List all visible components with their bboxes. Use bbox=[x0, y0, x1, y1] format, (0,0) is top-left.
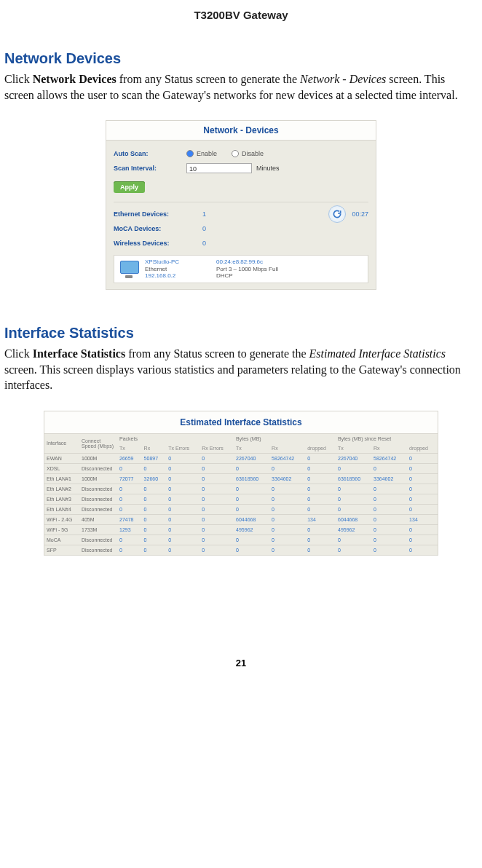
cell-rrx: 58264742 bbox=[371, 453, 407, 463]
heading-network-devices: Network Devices bbox=[4, 50, 478, 67]
cell-rrx: 0 bbox=[371, 463, 407, 473]
cell-bdr: 0 bbox=[305, 453, 336, 463]
device-name: XPStudio-PC bbox=[145, 259, 210, 266]
cell-btx: 495962 bbox=[234, 524, 269, 534]
cell-rtx: 0 bbox=[336, 463, 371, 473]
text: Click bbox=[4, 73, 33, 85]
cell-rdr: 0 bbox=[407, 473, 438, 484]
text: screen. This screen displays various sta… bbox=[4, 363, 461, 392]
cell-bdr: 0 bbox=[305, 484, 336, 494]
refresh-icon[interactable] bbox=[328, 205, 346, 223]
cell-prx: 0 bbox=[142, 484, 167, 494]
cell-brx: 0 bbox=[269, 494, 305, 504]
cell-pte: 0 bbox=[166, 463, 199, 473]
apply-button[interactable]: Apply bbox=[114, 181, 145, 193]
table-row: SFPDisconnected0000000000 bbox=[44, 545, 438, 555]
table-row: MoCADisconnected0000000000 bbox=[44, 534, 438, 545]
cell-speed: 1000M bbox=[79, 473, 117, 484]
col-rx: Rx bbox=[371, 443, 407, 454]
cell-pte: 0 bbox=[166, 534, 199, 545]
table-row: Eth LAN#4Disconnected0000000000 bbox=[44, 504, 438, 514]
cell-rdr: 0 bbox=[407, 453, 438, 463]
device-type: Ethernet bbox=[145, 266, 210, 273]
table-row: Eth LAN#11000M72077326600063618560336460… bbox=[44, 473, 438, 484]
moca-devices-label: MoCA Devices: bbox=[114, 225, 201, 232]
panel-title: Network - Devices bbox=[106, 121, 376, 141]
minutes-label: Minutes bbox=[256, 165, 280, 172]
radio-enable-label: Enable bbox=[197, 150, 217, 157]
scan-interval-input[interactable]: 10 bbox=[186, 163, 252, 173]
col-rxerr: Rx Errors bbox=[199, 443, 234, 454]
paragraph-network-devices: Click Network Devices from any Status sc… bbox=[4, 71, 478, 103]
auto-scan-label: Auto Scan: bbox=[114, 150, 186, 157]
cell-pre: 0 bbox=[199, 514, 234, 524]
cell-iface: Eth LAN#2 bbox=[44, 484, 79, 494]
cell-rrx: 0 bbox=[371, 484, 407, 494]
document-title: T3200BV Gateway bbox=[4, 9, 478, 21]
cell-rtx: 0 bbox=[336, 494, 371, 504]
cell-rdr: 0 bbox=[407, 524, 438, 534]
cell-pte: 0 bbox=[166, 545, 199, 555]
radio-disable-label: Disable bbox=[242, 150, 264, 157]
cell-rtx: 6044668 bbox=[336, 514, 371, 524]
cell-rdr: 0 bbox=[407, 494, 438, 504]
radio-enable[interactable] bbox=[186, 150, 194, 157]
interface-statistics-table: Interface Connect Speed (Mbps) Packets B… bbox=[44, 434, 438, 555]
cell-ptx: 26659 bbox=[117, 453, 142, 463]
cell-ptx: 1293 bbox=[117, 524, 142, 534]
cell-pte: 0 bbox=[166, 514, 199, 524]
cell-rrx: 0 bbox=[371, 534, 407, 545]
cell-pte: 0 bbox=[166, 504, 199, 514]
cell-brx: 0 bbox=[269, 545, 305, 555]
col-tx: Tx bbox=[117, 443, 142, 454]
col-rx: Rx bbox=[269, 443, 305, 454]
cell-rrx: 3364602 bbox=[371, 473, 407, 484]
countdown-timer: 00:27 bbox=[352, 210, 368, 218]
cell-ptx: 0 bbox=[117, 504, 142, 514]
device-mode: DHCP bbox=[216, 272, 278, 280]
col-interface: Interface bbox=[44, 434, 79, 454]
cell-rdr: 0 bbox=[407, 463, 438, 473]
ethernet-devices-label: Ethernet Devices: bbox=[114, 210, 201, 218]
cell-ptx: 0 bbox=[117, 494, 142, 504]
cell-brx: 0 bbox=[269, 534, 305, 545]
cell-btx: 0 bbox=[234, 484, 269, 494]
cell-speed: Disconnected bbox=[79, 534, 117, 545]
device-ip: 192.168.0.2 bbox=[145, 272, 210, 280]
col-dropped: dropped bbox=[407, 443, 438, 454]
wireless-devices-label: Wireless Devices: bbox=[114, 240, 201, 247]
cell-bdr: 0 bbox=[305, 534, 336, 545]
cell-speed: Disconnected bbox=[79, 484, 117, 494]
cell-ptx: 27478 bbox=[117, 514, 142, 524]
cell-btx: 0 bbox=[234, 504, 269, 514]
cell-rtx: 0 bbox=[336, 484, 371, 494]
cell-rtx: 63618560 bbox=[336, 473, 371, 484]
cell-ptx: 0 bbox=[117, 534, 142, 545]
cell-rdr: 134 bbox=[407, 514, 438, 524]
radio-disable[interactable] bbox=[232, 150, 239, 157]
cell-pte: 0 bbox=[166, 473, 199, 484]
cell-btx: 0 bbox=[234, 494, 269, 504]
cell-rtx: 2267040 bbox=[336, 453, 371, 463]
device-port: Port 3 – 1000 Mbps Full bbox=[216, 266, 278, 273]
cell-rtx: 0 bbox=[336, 504, 371, 514]
cell-ptx: 0 bbox=[117, 545, 142, 555]
col-bytes: Bytes (MB) bbox=[234, 434, 336, 443]
col-dropped: dropped bbox=[305, 443, 336, 454]
scan-interval-label: Scan Interval: bbox=[114, 165, 186, 172]
cell-brx: 0 bbox=[269, 504, 305, 514]
cell-speed: Disconnected bbox=[79, 463, 117, 473]
cell-pre: 0 bbox=[199, 453, 234, 463]
cell-prx: 0 bbox=[142, 494, 167, 504]
cell-rtx: 0 bbox=[336, 545, 371, 555]
cell-brx: 58264742 bbox=[269, 453, 305, 463]
cell-pte: 0 bbox=[166, 494, 199, 504]
cell-rrx: 0 bbox=[371, 545, 407, 555]
col-tx: Tx bbox=[336, 443, 371, 454]
table-row: Eth LAN#2Disconnected0000000000 bbox=[44, 484, 438, 494]
col-tx: Tx bbox=[234, 443, 269, 454]
cell-iface: MoCA bbox=[44, 534, 79, 545]
cell-rrx: 0 bbox=[371, 514, 407, 524]
cell-bdr: 0 bbox=[305, 524, 336, 534]
col-rx: Rx bbox=[142, 443, 167, 454]
